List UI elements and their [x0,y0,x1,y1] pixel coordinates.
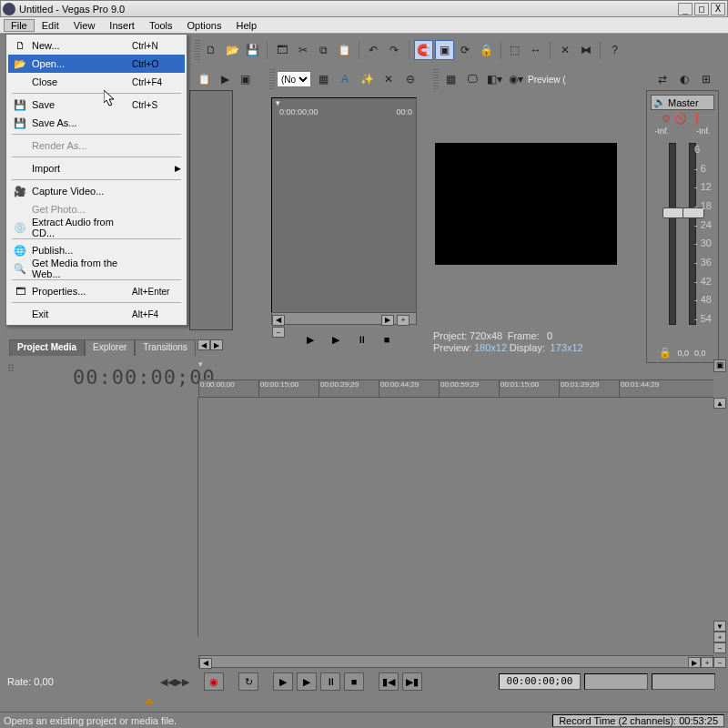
tool-normal-button[interactable]: ↔ [526,40,545,60]
timeline-area[interactable] [198,398,713,637]
fx-button[interactable]: ✨ [357,69,377,89]
menu-item-extract-audio-from-cd[interactable]: 💿Extract Audio from CD... [8,218,185,237]
menu-item-close[interactable]: CloseCtrl+F4 [8,73,185,91]
zoom-in-button[interactable]: + [701,657,713,668]
go-end-button[interactable]: ▶▮ [402,672,422,691]
menu-view[interactable]: View [66,19,103,32]
record-button[interactable]: ◉ [204,672,224,691]
trim-button[interactable]: ⧓ [576,40,595,60]
timeline-scrollbar[interactable]: ◀ [198,655,713,668]
tab-project-media[interactable]: Project Media [9,339,85,356]
pm-paste-button[interactable]: 📋 [195,69,214,89]
preview-quality-button[interactable]: ◉▾ [506,69,526,89]
cursor-marker-icon[interactable]: ▾ [198,359,203,369]
vscroll-down-button[interactable]: ▼ [713,621,726,632]
text-button[interactable]: A [335,69,355,89]
grip-icon[interactable] [195,40,200,60]
scroll-left-button[interactable]: ◀ [199,658,212,669]
tab-explorer[interactable]: Explorer [85,339,135,356]
close-window-button[interactable]: X [711,3,725,15]
dim-button[interactable]: ◐ [674,69,694,89]
solo-icon[interactable]: ❗ [691,113,703,125]
menu-item-get-media-from-the-web[interactable]: 🔍Get Media from the Web... [8,259,185,278]
timecode-display[interactable]: 00:00:00;00 [73,366,216,389]
menu-item-capture-video[interactable]: 🎥Capture Video... [8,182,185,200]
mute-icon[interactable]: 🚫 [674,113,687,125]
menu-edit[interactable]: Edit [35,19,66,32]
help-button[interactable]: ? [605,40,624,60]
meter-right[interactable]: 6- 6- 12- 18- 24- 30- 36- 42- 48- 54 [689,143,696,325]
play-from-start-button[interactable]: ▶ [273,672,293,691]
scrub-control-icon[interactable]: ◀◀▶▶ [160,676,189,688]
menu-tools[interactable]: Tools [142,19,180,32]
vzoom-in-button[interactable]: + [713,632,726,642]
scroll-right-button[interactable]: ▶ [688,657,701,668]
vscroll-up-button[interactable]: ▲ [713,398,726,409]
selection-end[interactable] [652,673,715,690]
play-button[interactable]: ▶ [297,672,317,691]
save-button[interactable]: 💾 [244,40,263,60]
minimize-button[interactable]: _ [678,3,693,15]
rate-marker-icon[interactable] [144,693,155,703]
downmix-button[interactable]: ⇄ [652,69,672,89]
meter-left[interactable] [669,143,676,325]
tab-scroll-right[interactable]: ▶ [210,339,223,350]
insert-bus-button[interactable]: ⊞ [696,69,716,89]
transport-time[interactable]: 00:00:00;00 [499,673,581,690]
menu-options[interactable]: Options [180,19,229,32]
stop-button[interactable]: ■ [344,672,364,691]
stop-button[interactable]: ■ [377,330,397,349]
loop-button[interactable]: ↻ [238,672,258,691]
copy-button[interactable]: ⧉ [314,40,333,60]
crossfade-button[interactable]: ✕ [555,40,574,60]
pause-button[interactable]: ⏸ [351,330,371,349]
menu-item-publish[interactable]: 🌐Publish... [8,241,185,259]
scroll-left-button[interactable]: ◀ [272,315,285,326]
undo-button[interactable]: ↶ [364,40,383,60]
play-button[interactable]: ▶ [326,330,346,349]
snap-button[interactable]: 🧲 [414,40,433,60]
menu-item-import[interactable]: Import▶ [8,159,185,177]
project-media-panel[interactable] [189,90,233,330]
new-button[interactable]: 🗋 [202,40,221,60]
autocrossfade-button[interactable]: ⟳ [456,40,475,60]
menu-item-new[interactable]: 🗋New...Ctrl+N [8,36,185,55]
menu-insert[interactable]: Insert [102,19,142,32]
pm-stop-button[interactable]: ▣ [236,69,255,89]
grip-icon[interactable] [433,69,439,89]
ignore-event-button[interactable]: ⬚ [505,40,524,60]
track-header-area[interactable] [7,398,198,637]
zoom-in-button[interactable]: + [397,315,410,326]
split-button[interactable]: ◧▾ [484,69,504,89]
remove-button[interactable]: ⊖ [400,69,420,89]
timeline-ruler[interactable]: 0:00:00;00 00:00:15;00 00:00:29;29 00:00… [198,379,713,398]
autoripple-button[interactable]: ▣ [435,40,454,60]
go-start-button[interactable]: ▮◀ [379,672,399,691]
cut-button[interactable]: ✂ [293,40,312,60]
vzoom-out-button[interactable]: − [713,642,726,653]
tab-scroll-left[interactable]: ◀ [197,339,210,350]
scroll-right-button[interactable]: ▶ [381,315,394,326]
gear-icon[interactable]: ⚙ [662,113,671,125]
add-button[interactable]: ✕ [379,69,399,89]
menu-item-save-as[interactable]: 💾Save As... [8,114,185,132]
paste-button[interactable]: 📋 [335,40,354,60]
drag-grip-icon[interactable]: ⠿ [7,363,15,375]
menu-item-open[interactable]: 📂Open...Ctrl+O [8,55,185,73]
show-video-button[interactable]: ▦ [313,69,333,89]
open-button[interactable]: 📂 [223,40,242,60]
redo-button[interactable]: ↷ [385,40,404,60]
menu-item-save[interactable]: 💾SaveCtrl+S [8,96,185,114]
external-monitor-button[interactable]: 🖵 [462,69,482,89]
menu-help[interactable]: Help [228,19,264,32]
pm-play-button[interactable]: ▶ [216,69,235,89]
play-start-button[interactable]: ▶ [300,330,320,349]
properties-button[interactable]: 🗔 [272,40,291,60]
menu-item-exit[interactable]: ExitAlt+F4 [8,305,185,323]
fader-left[interactable] [662,207,684,218]
trimmer-dropdown[interactable]: (No [277,71,311,87]
tab-transitions[interactable]: Transitions [135,339,196,356]
selection-start[interactable] [584,673,648,690]
zoom-out-button[interactable]: − [272,327,285,338]
lock-button[interactable]: 🔒 [477,40,496,60]
